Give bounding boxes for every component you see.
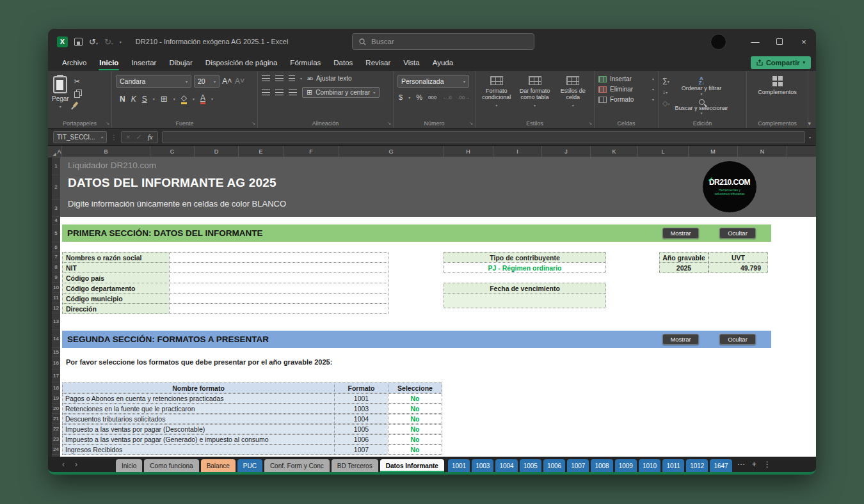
format-select-cell[interactable]: No: [388, 393, 442, 404]
row-header-19[interactable]: 19: [52, 393, 60, 404]
format-painter-icon[interactable]: [72, 102, 78, 107]
section2-show-button[interactable]: Mostrar: [662, 334, 699, 345]
sheet-tab-como-funciona[interactable]: Como funciona: [144, 459, 198, 472]
expand-formula-bar-icon[interactable]: ▾: [809, 135, 811, 139]
format-select-cell[interactable]: No: [388, 445, 442, 455]
styles-dialog-launcher[interactable]: ↘: [588, 121, 592, 126]
format-cells-button[interactable]: Formato ▾: [598, 96, 654, 103]
field-label-c-digo-pa-s[interactable]: Código país: [62, 272, 170, 283]
format-name-cell[interactable]: Descuentos tributarios solicitados: [62, 414, 335, 424]
italic-button[interactable]: K: [131, 95, 136, 104]
font-color-icon[interactable]: A: [200, 93, 205, 104]
row-header-21[interactable]: 21: [52, 414, 60, 424]
format-name-cell[interactable]: Impuesto a las ventas por pagar (Generad…: [62, 434, 335, 445]
prev-sheet-icon[interactable]: ‹: [62, 460, 65, 469]
align-middle-icon[interactable]: [275, 75, 284, 81]
collapse-ribbon-icon[interactable]: ▾: [808, 120, 811, 127]
minimize-button[interactable]: —: [743, 29, 767, 54]
field-input-c-digo-pa-s[interactable]: [169, 272, 388, 283]
format-name-cell[interactable]: Impuesto a las ventas por pagar (Descont…: [62, 424, 335, 434]
number-format-select[interactable]: Personalizada▾: [397, 75, 469, 88]
currency-icon[interactable]: $: [399, 93, 403, 101]
increase-decimal-icon[interactable]: ←.0: [442, 95, 452, 100]
sheet-tab-1009[interactable]: 1009: [615, 459, 637, 472]
row-header-15[interactable]: 15: [52, 348, 60, 357]
grow-font-icon[interactable]: A˄: [222, 77, 232, 86]
addins-button[interactable]: Complementos: [751, 76, 804, 118]
row-header-12[interactable]: 12: [52, 303, 60, 313]
menu-tab-vista[interactable]: Vista: [397, 54, 426, 71]
sort-filter-button[interactable]: AZ↓ Ordenar y filtrar ▾: [675, 76, 728, 97]
column-header-M[interactable]: M: [689, 146, 738, 157]
font-name-select[interactable]: Candara▾: [116, 75, 191, 88]
copy-icon[interactable]: [74, 91, 80, 98]
fill-icon[interactable]: ↓▾: [662, 88, 669, 95]
formula-input[interactable]: [162, 131, 805, 143]
select-all-corner[interactable]: ◢: [52, 146, 57, 157]
sheet-tab-bd-terceros[interactable]: BD Terceros: [332, 459, 378, 472]
account-avatar[interactable]: [710, 34, 726, 50]
format-code-cell[interactable]: 1005: [334, 424, 388, 434]
row-header-14[interactable]: 14: [52, 330, 60, 348]
restore-button[interactable]: [767, 29, 792, 54]
sheet-title-band[interactable]: Liquidador DR210.com DATOS DEL INFORMANT…: [60, 157, 816, 217]
sheet-tab-1006[interactable]: 1006: [543, 459, 565, 472]
add-sheet-icon[interactable]: +: [752, 460, 756, 469]
sheet-tab-1007[interactable]: 1007: [567, 459, 589, 472]
bold-button[interactable]: N: [120, 95, 125, 104]
percent-icon[interactable]: %: [416, 93, 422, 101]
row-header-1[interactable]: 1: [52, 157, 60, 175]
column-header-B[interactable]: B: [62, 146, 150, 157]
section2-header[interactable]: SEGUNDA SECCIÓN: FORMATOS A PRESENTAR Mo…: [62, 331, 771, 348]
column-header-K[interactable]: K: [591, 146, 638, 157]
orientation-icon[interactable]: [289, 75, 295, 81]
field-input-nit[interactable]: [169, 262, 388, 273]
sheet-tab-inicio[interactable]: Inicio: [116, 459, 142, 472]
menu-tab-dibujar[interactable]: Dibujar: [163, 54, 198, 71]
fecha-vencimiento-label[interactable]: Fecha de vencimiento: [444, 283, 606, 294]
tab-options-icon[interactable]: ⋮: [764, 460, 771, 469]
uvt-value[interactable]: 49.799: [708, 262, 768, 273]
row-header-20[interactable]: 20: [52, 404, 60, 414]
fecha-vencimiento-value[interactable]: [444, 293, 606, 308]
field-label-nit[interactable]: NIT: [62, 262, 170, 273]
menu-tab-disposici-n-de-p-gina[interactable]: Disposición de página: [199, 54, 284, 71]
row-header-10[interactable]: 10: [52, 283, 60, 293]
sheet-tab-puc[interactable]: PUC: [237, 459, 262, 472]
shrink-font-icon[interactable]: A˅: [235, 77, 245, 86]
share-button[interactable]: Compartir ▾: [751, 56, 811, 69]
column-header-L[interactable]: L: [638, 146, 689, 157]
wrap-text-button[interactable]: ab Ajustar texto: [307, 75, 352, 82]
align-right-icon[interactable]: [289, 90, 297, 95]
row-header-4[interactable]: 4: [52, 217, 60, 224]
format-as-table-button[interactable]: Dar formato como tabla ▾: [518, 76, 552, 118]
confirm-entry-icon[interactable]: ✓: [136, 133, 141, 141]
format-code-cell[interactable]: 1007: [334, 445, 388, 455]
decrease-decimal-icon[interactable]: .00→: [458, 95, 470, 100]
anio-gravable-value[interactable]: 2025: [659, 262, 708, 273]
col-header-seleccione[interactable]: Seleccione: [388, 382, 442, 393]
insert-cells-button[interactable]: Insertar ▾: [598, 75, 654, 83]
number-dialog-launcher[interactable]: ↘: [469, 121, 473, 126]
menu-tab-inicio[interactable]: Inicio: [93, 54, 125, 71]
font-dialog-launcher[interactable]: ↘: [252, 121, 255, 126]
row-header-17[interactable]: 17: [52, 370, 60, 382]
fill-color-icon[interactable]: ◇: [181, 93, 187, 104]
column-header-A[interactable]: A: [57, 146, 62, 157]
field-label-nombres-o-raz-n-social[interactable]: Nombres o razón social: [62, 252, 170, 263]
row-header-6[interactable]: 6: [52, 242, 60, 252]
field-label-direcci-n[interactable]: Dirección: [62, 303, 170, 314]
column-header-H[interactable]: H: [444, 146, 493, 157]
column-header-I[interactable]: I: [493, 146, 542, 157]
delete-cells-button[interactable]: Eliminar ▾: [598, 86, 654, 93]
sheet-tab-1010[interactable]: 1010: [639, 459, 660, 472]
format-select-cell[interactable]: No: [388, 434, 442, 445]
column-header-J[interactable]: J: [542, 146, 591, 157]
column-header-G[interactable]: G: [339, 146, 444, 157]
field-input-direcci-n[interactable]: [169, 303, 388, 314]
column-header-E[interactable]: E: [239, 146, 284, 157]
undo-icon[interactable]: ↺▾: [89, 37, 98, 47]
format-name-cell[interactable]: Pagos o Abonos en cuenta y retenciones p…: [62, 393, 335, 404]
field-input-nombres-o-raz-n-social[interactable]: [169, 252, 388, 263]
merge-center-button[interactable]: ⊞ Combinar y centrar ▾: [302, 87, 380, 98]
